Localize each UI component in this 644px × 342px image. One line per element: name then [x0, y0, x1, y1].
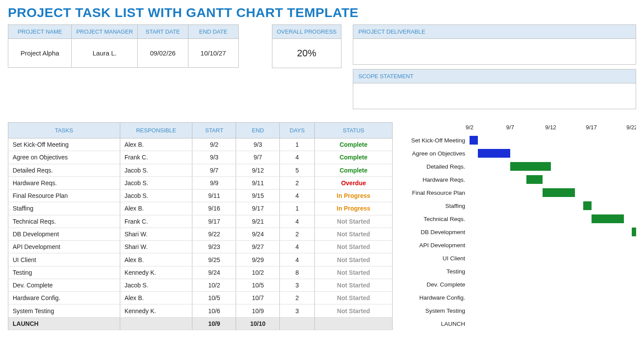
- task-task[interactable]: Detailed Reqs.: [8, 164, 120, 176]
- task-responsible[interactable]: [120, 317, 192, 330]
- project-deliverable-value[interactable]: [353, 39, 636, 64]
- task-status[interactable]: Not Started: [315, 304, 393, 317]
- task-end[interactable]: 10/7: [236, 292, 280, 304]
- task-days[interactable]: 2: [280, 292, 315, 304]
- task-start[interactable]: 9/7: [192, 164, 236, 176]
- task-status[interactable]: Not Started: [315, 228, 393, 240]
- task-days[interactable]: 4: [280, 215, 315, 228]
- task-responsible[interactable]: Alex B.: [120, 202, 192, 215]
- task-responsible[interactable]: Shari W.: [120, 241, 192, 253]
- task-end[interactable]: 9/3: [236, 138, 280, 151]
- task-end[interactable]: 9/12: [236, 164, 280, 176]
- task-start[interactable]: 9/23: [192, 241, 236, 253]
- task-responsible[interactable]: Alex B.: [120, 138, 192, 151]
- task-task[interactable]: LAUNCH: [8, 317, 120, 330]
- task-start[interactable]: 10/9: [192, 317, 236, 330]
- task-responsible[interactable]: Alex B.: [120, 292, 192, 304]
- task-end[interactable]: 9/15: [236, 190, 280, 202]
- task-start[interactable]: 9/24: [192, 266, 236, 279]
- task-status[interactable]: Not Started: [315, 279, 393, 291]
- task-days[interactable]: 1: [280, 138, 315, 151]
- task-start[interactable]: 9/25: [192, 253, 236, 266]
- info-value[interactable]: 10/10/27: [188, 39, 238, 68]
- task-task[interactable]: Agree on Objectives: [8, 151, 120, 164]
- task-task[interactable]: API Development: [8, 241, 120, 253]
- task-days[interactable]: 3: [280, 279, 315, 291]
- task-task[interactable]: Technical Reqs.: [8, 215, 120, 228]
- task-status[interactable]: Not Started: [315, 292, 393, 304]
- task-task[interactable]: Staffing: [8, 202, 120, 215]
- task-start[interactable]: 9/22: [192, 228, 236, 240]
- task-responsible[interactable]: Jacob S.: [120, 164, 192, 176]
- task-days[interactable]: 1: [280, 202, 315, 215]
- task-start[interactable]: 9/16: [192, 202, 236, 215]
- info-value[interactable]: Laura L.: [72, 39, 138, 68]
- task-start[interactable]: 9/9: [192, 176, 236, 189]
- gantt-track: [470, 149, 636, 158]
- task-task[interactable]: Hardware Config.: [8, 292, 120, 304]
- task-end[interactable]: 9/29: [236, 253, 280, 266]
- task-task[interactable]: DB Development: [8, 228, 120, 240]
- task-task[interactable]: Final Resource Plan: [8, 190, 120, 202]
- table-row: Technical Reqs.Frank C.9/179/214Not Star…: [8, 215, 393, 228]
- task-end[interactable]: 9/24: [236, 228, 280, 240]
- task-days[interactable]: 4: [280, 190, 315, 202]
- task-status[interactable]: Complete: [315, 164, 393, 176]
- task-responsible[interactable]: Kennedy K.: [120, 266, 192, 279]
- task-status[interactable]: Overdue: [315, 176, 393, 189]
- task-status[interactable]: Complete: [315, 138, 393, 151]
- task-responsible[interactable]: Frank C.: [120, 215, 192, 228]
- task-responsible[interactable]: Kennedy K.: [120, 304, 192, 317]
- task-task[interactable]: Hardware Reqs.: [8, 176, 120, 189]
- task-days[interactable]: 2: [280, 176, 315, 189]
- task-end[interactable]: 9/7: [236, 151, 280, 164]
- task-status[interactable]: Not Started: [315, 253, 393, 266]
- task-days[interactable]: 4: [280, 253, 315, 266]
- gantt-row: Testing: [400, 265, 636, 278]
- task-days[interactable]: 3: [280, 304, 315, 317]
- task-days[interactable]: 5: [280, 164, 315, 176]
- task-days[interactable]: 8: [280, 266, 315, 279]
- info-value[interactable]: Project Alpha: [8, 39, 72, 68]
- task-status[interactable]: Complete: [315, 151, 393, 164]
- task-task[interactable]: Dev. Complete: [8, 279, 120, 291]
- task-end[interactable]: 10/9: [236, 304, 280, 317]
- task-end[interactable]: 10/10: [236, 317, 280, 330]
- task-task[interactable]: Testing: [8, 266, 120, 279]
- task-responsible[interactable]: Frank C.: [120, 151, 192, 164]
- task-responsible[interactable]: Shari W.: [120, 228, 192, 240]
- scope-statement-value[interactable]: [353, 83, 636, 109]
- task-task[interactable]: UI Client: [8, 253, 120, 266]
- task-end[interactable]: 10/5: [236, 279, 280, 291]
- info-value[interactable]: 09/02/26: [138, 39, 188, 68]
- task-status[interactable]: Not Started: [315, 266, 393, 279]
- task-end[interactable]: 9/11: [236, 176, 280, 189]
- task-days[interactable]: 4: [280, 241, 315, 253]
- task-status[interactable]: Not Started: [315, 215, 393, 228]
- task-end[interactable]: 9/17: [236, 202, 280, 215]
- task-start[interactable]: 10/2: [192, 279, 236, 291]
- task-status[interactable]: In Progress: [315, 202, 393, 215]
- task-responsible[interactable]: Alex B.: [120, 253, 192, 266]
- task-responsible[interactable]: Jacob S.: [120, 176, 192, 189]
- task-responsible[interactable]: Jacob S.: [120, 279, 192, 291]
- task-days[interactable]: 4: [280, 151, 315, 164]
- task-status[interactable]: [315, 317, 393, 330]
- task-status[interactable]: In Progress: [315, 190, 393, 202]
- task-end[interactable]: 10/2: [236, 266, 280, 279]
- task-days[interactable]: [280, 317, 315, 330]
- task-start[interactable]: 9/17: [192, 215, 236, 228]
- task-status[interactable]: Not Started: [315, 241, 393, 253]
- task-start[interactable]: 9/11: [192, 190, 236, 202]
- gantt-track: [470, 162, 636, 171]
- task-end[interactable]: 9/27: [236, 241, 280, 253]
- task-task[interactable]: System Testing: [8, 304, 120, 317]
- task-days[interactable]: 2: [280, 228, 315, 240]
- task-start[interactable]: 9/3: [192, 151, 236, 164]
- task-task[interactable]: Set Kick-Off Meeting: [8, 138, 120, 151]
- task-responsible[interactable]: Jacob S.: [120, 190, 192, 202]
- task-start[interactable]: 10/5: [192, 292, 236, 304]
- task-end[interactable]: 9/21: [236, 215, 280, 228]
- task-start[interactable]: 9/2: [192, 138, 236, 151]
- task-start[interactable]: 10/6: [192, 304, 236, 317]
